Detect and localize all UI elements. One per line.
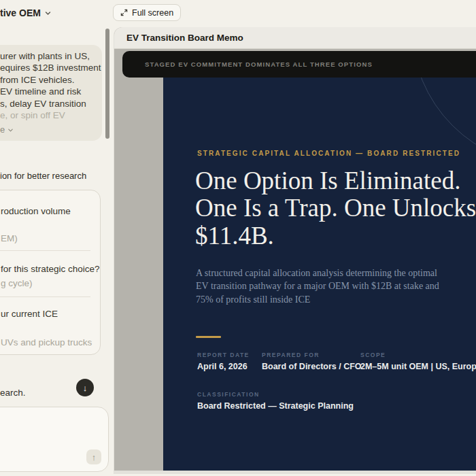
divider [0,250,90,251]
send-icon: ↑ [92,452,97,462]
doc-title-line: $11.4B. [195,222,476,250]
toast-message: STAGED EV COMMITMENT DOMINATES ALL THREE… [145,61,373,68]
chat-scrollbar[interactable] [105,29,109,139]
send-button[interactable]: ↑ [86,449,101,464]
research-row: roduction volume [1,206,93,216]
chevron-down-icon [7,127,14,133]
user-message-bubble: urer with plants in US, equires $12B inv… [0,45,102,141]
expand-icon [120,9,128,16]
meta-report-date: REPORT DATE April 6, 2026 [197,352,250,371]
doc-title-line: One Is a Trap. One Unlocks [195,194,476,222]
document-page: STRATEGIC CAPITAL ALLOCATION — BOARD RES… [163,77,476,471]
meta-value: April 6, 2026 [197,362,250,371]
message-line-faded: e, or spin off EV [0,109,94,121]
message-line: equires $12B investment [0,62,94,73]
doc-eyebrow: STRATEGIC CAPITAL ALLOCATION — BOARD RES… [197,150,460,157]
research-section-heading: ion for better research [0,171,86,181]
panel-footer-strip [114,471,476,474]
meta-value: Board Restricted — Strategic Planning [197,401,354,411]
doc-meta-row: REPORT DATE April 6, 2026 PREPARED FOR B… [197,352,476,379]
meta-scope: SCOPE 2M–5M unit OEM | US, Europe, India… [360,352,476,371]
doc-title: One Option Is Eliminated. One Is a Trap.… [195,167,476,250]
divider [0,296,90,297]
message-line: s, delay EV transition [0,98,94,109]
doc-subtitle-line: A structured capital allocation analysis… [196,267,439,279]
chevron-down-icon [44,10,52,17]
research-row-answer: g cycle) [1,278,93,288]
doc-subtitle-line: EV transition pathway for a major OEM wi… [196,279,439,292]
meta-label: CLASSIFICATION [197,391,354,398]
scroll-down-icon: ↓ [83,383,88,393]
doc-subtitle: A structured capital allocation analysis… [196,267,439,306]
show-more-label: e [0,124,5,135]
meta-label: PREPARED FOR [262,352,362,358]
research-row-answer: UVs and pickup trucks [1,337,93,347]
artifact-panel: EV Transition Board Memo STAGED EV COMMI… [114,27,476,474]
show-more-toggle[interactable]: e [0,124,94,135]
meta-value: 2M–5M unit OEM | US, Europe, India | 6- [360,362,476,371]
scroll-to-bottom-button[interactable]: ↓ [76,379,94,396]
artifact-header: EV Transition Board Memo [114,27,476,49]
meta-label: REPORT DATE [197,352,250,358]
message-line: from ICE vehicles. [0,74,94,86]
research-info-card: roduction volume EM) for this strategic … [0,190,101,355]
message-line: urer with plants in US, [0,50,94,62]
research-row: ur current ICE [1,309,93,319]
assistant-status-text: earch. [0,388,26,398]
meta-value: Board of Directors / CFO [262,362,362,371]
fullscreen-button[interactable]: Full screen [113,4,181,21]
meta-classification: CLASSIFICATION Board Restricted — Strate… [197,391,354,411]
doc-subtitle-line: 75% of profits still inside ICE [196,293,439,306]
message-line: EV timeline and risk [0,86,94,97]
message-input[interactable]: ↑ [0,407,109,472]
meta-prepared-for: PREPARED FOR Board of Directors / CFO [262,352,362,371]
artifact-title: EV Transition Board Memo [126,33,243,43]
fullscreen-label: Full screen [132,8,173,18]
doc-title-line: One Option Is Eliminated. [195,167,476,194]
status-toast: STAGED EV COMMITMENT DOMINATES ALL THREE… [122,51,476,78]
research-row-answer: EM) [1,233,93,243]
chat-title-dropdown[interactable]: tive OEM [0,7,52,18]
research-row: for this strategic choice? [1,264,93,274]
meta-label: SCOPE [360,352,476,358]
gold-divider [196,336,221,338]
chat-title-label: tive OEM [0,7,41,18]
